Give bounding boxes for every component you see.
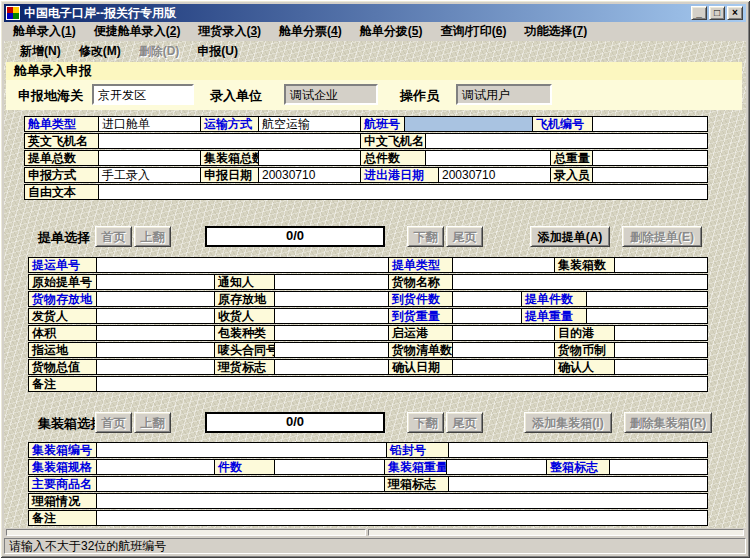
field-value[interactable] <box>614 258 707 272</box>
field-value[interactable] <box>614 360 707 374</box>
menu-item-manifest-split[interactable]: 舱单分票(4) <box>270 22 351 41</box>
field-label: 原存放地 <box>214 292 274 306</box>
field-value[interactable] <box>452 309 521 323</box>
toolbar-modify-button[interactable]: 修改(M) <box>79 43 121 60</box>
field-value[interactable] <box>614 326 707 340</box>
field-value[interactable] <box>274 360 388 374</box>
field-value[interactable] <box>452 343 554 357</box>
field-value[interactable] <box>96 275 214 289</box>
field-value[interactable] <box>592 151 707 165</box>
field-label: 集装箱规格 <box>29 460 96 474</box>
menu-item-manifest-dispatch[interactable]: 舱单分拨(5) <box>351 22 432 41</box>
field-value[interactable] <box>96 511 707 525</box>
field-value[interactable] <box>452 360 554 374</box>
field-value[interactable] <box>96 343 214 357</box>
field-value[interactable]: 进口舱单 <box>98 117 200 131</box>
container-first-button[interactable]: 首页 <box>95 412 132 433</box>
menu-item-query-print[interactable]: 查询/打印(6) <box>431 22 515 41</box>
menu-item-quick-manifest-entry[interactable]: 便捷舱单录入(2) <box>85 22 190 41</box>
field-value[interactable] <box>274 292 388 306</box>
field-label: 体积 <box>29 326 96 340</box>
field-value[interactable] <box>452 258 554 272</box>
customs-input[interactable]: 京开发区 <box>92 84 194 105</box>
field-value[interactable] <box>614 343 707 357</box>
close-button[interactable]: × <box>727 6 743 20</box>
field-value[interactable] <box>258 151 360 165</box>
delete-container-button[interactable]: 删除集装箱(R) <box>624 412 712 433</box>
bol-page-counter[interactable]: 0/0 <box>205 226 385 247</box>
field-value[interactable] <box>98 185 707 199</box>
field-value[interactable] <box>452 292 521 306</box>
menu-item-function-select[interactable]: 功能选择(7) <box>515 22 596 41</box>
window-title: 中国电子口岸--报关行专用版 <box>24 5 176 22</box>
menu-item-tally-entry[interactable]: 理货录入(3) <box>189 22 270 41</box>
field-value[interactable]: 手工录入 <box>98 168 200 182</box>
field-label: 提单总数 <box>25 151 98 165</box>
minimize-button[interactable]: _ <box>691 6 707 20</box>
field-value[interactable] <box>96 460 214 474</box>
field-label: 铅封号 <box>386 443 448 457</box>
field-value[interactable] <box>586 309 707 323</box>
field-label: 提单重量 <box>521 309 586 323</box>
field-value[interactable] <box>96 477 384 491</box>
field-label: 运输方式 <box>200 117 258 131</box>
field-value[interactable] <box>586 292 707 306</box>
field-value[interactable] <box>425 151 550 165</box>
field-value[interactable] <box>425 134 707 148</box>
container-page-counter[interactable]: 0/0 <box>205 412 385 433</box>
delete-bol-button[interactable]: 删除提单(E) <box>622 226 702 247</box>
field-value[interactable]: 20030710 <box>258 168 360 182</box>
bol-first-button[interactable]: 首页 <box>95 226 132 247</box>
field-value[interactable] <box>452 326 554 340</box>
status-panel-right <box>368 529 744 536</box>
container-next-button[interactable]: 下翻 <box>407 412 444 433</box>
field-value[interactable] <box>274 343 388 357</box>
menu-item-manifest-entry[interactable]: 舱单录入(1) <box>4 22 85 41</box>
add-container-button[interactable]: 添加集装箱(I) <box>524 412 612 433</box>
toolbar: 新增(N) 修改(M) 删除(D) 申报(U) <box>4 41 746 62</box>
field-value[interactable] <box>448 477 707 491</box>
field-label: 申报方式 <box>25 168 98 182</box>
maximize-button[interactable]: □ <box>709 6 725 20</box>
field-value[interactable]: 20030710 <box>438 168 550 182</box>
field-value[interactable] <box>274 460 384 474</box>
table-row: 申报方式手工录入申报日期20030710进出港日期20030710录入员 <box>24 167 708 183</box>
menu-item-text: ) <box>583 24 587 38</box>
field-value[interactable] <box>446 460 546 474</box>
field-value[interactable] <box>96 292 214 306</box>
toolbar-delete-button[interactable]: 删除(D) <box>139 43 180 60</box>
bol-prev-button[interactable]: 上翻 <box>134 226 171 247</box>
add-bol-button[interactable]: 添加提单(A) <box>530 226 610 247</box>
field-value[interactable] <box>274 309 388 323</box>
field-value[interactable] <box>592 117 707 131</box>
field-value[interactable] <box>96 443 386 457</box>
field-value[interactable] <box>404 117 532 131</box>
field-value[interactable] <box>96 377 707 391</box>
toolbar-new-button[interactable]: 新增(N) <box>20 43 61 60</box>
container-last-button[interactable]: 尾页 <box>446 412 483 433</box>
bol-next-button[interactable]: 下翻 <box>407 226 444 247</box>
field-value[interactable] <box>448 443 707 457</box>
field-value[interactable] <box>98 151 200 165</box>
field-value[interactable] <box>274 275 388 289</box>
field-value[interactable] <box>96 360 214 374</box>
field-value[interactable] <box>96 309 214 323</box>
field-value[interactable] <box>96 494 707 508</box>
field-value[interactable] <box>96 326 214 340</box>
field-value[interactable] <box>592 168 707 182</box>
menu-item-text: ) <box>418 24 422 38</box>
toolbar-declare-button[interactable]: 申报(U) <box>197 43 238 60</box>
field-value[interactable] <box>609 460 707 474</box>
page-title: 舱单录入申报 <box>6 62 742 80</box>
field-label: 到货件数 <box>388 292 452 306</box>
field-value[interactable] <box>452 275 707 289</box>
field-value[interactable] <box>98 134 360 148</box>
client-area: 新增(N) 修改(M) 删除(D) 申报(U) 舱单录入申报 申报地海关 京开发… <box>4 41 746 528</box>
bol-last-button[interactable]: 尾页 <box>446 226 483 247</box>
field-value[interactable] <box>274 326 388 340</box>
field-value[interactable] <box>96 258 388 272</box>
header-fields: 申报地海关 京开发区 录入单位 调试企业 操作员 调试用户 <box>6 80 742 110</box>
container-prev-button[interactable]: 上翻 <box>134 412 171 433</box>
field-value[interactable]: 航空运输 <box>258 117 360 131</box>
menu-item-text: ) <box>176 24 180 38</box>
